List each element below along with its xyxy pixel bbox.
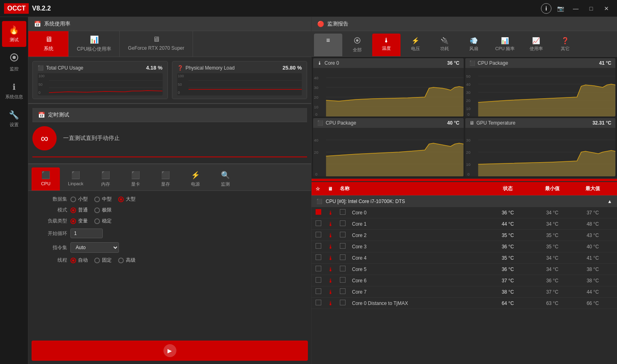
load-type-label: 负载类型: [35, 218, 67, 224]
tool-tab-vram[interactable]: ⬛ 显存: [151, 167, 180, 190]
max-core6: 38 °C: [572, 278, 613, 284]
monitor-core6[interactable]: [340, 277, 352, 284]
cpu-usage-value: 4.18 %: [146, 65, 163, 71]
tab-gpu[interactable]: 🖥 GeForce RTX 2070 Super: [120, 31, 193, 57]
sidebar-item-test[interactable]: 🔥 测试: [2, 21, 26, 47]
vram-icon: ⬛: [161, 171, 170, 180]
min-core7: 37 °C: [532, 289, 572, 295]
thread-fixed[interactable]: 固定: [94, 257, 112, 264]
close-button[interactable]: ✕: [600, 3, 613, 14]
min-core1: 34 °C: [532, 221, 572, 227]
monitor-tab-voltage[interactable]: ⚡ 电压: [401, 34, 430, 56]
memory-usage-chart: 100 50 0: [177, 73, 302, 95]
tool-tab-cpu[interactable]: ⬛ CPU: [32, 167, 60, 190]
thread-advanced[interactable]: 高级: [118, 257, 136, 264]
mode-normal[interactable]: 普通: [70, 207, 88, 214]
dataset-radio-group: 小型 中型 大型: [70, 196, 136, 203]
monitor-core7[interactable]: [340, 288, 352, 295]
load-variable[interactable]: 变量: [70, 218, 88, 224]
play-bar[interactable]: ▶: [32, 341, 308, 361]
sidebar-item-monitor[interactable]: 监控: [2, 49, 26, 76]
monitor-core0[interactable]: [340, 209, 352, 216]
dataset-large[interactable]: 大型: [118, 196, 136, 203]
instruction-select[interactable]: Auto: [70, 242, 119, 253]
cpu-freq-icon: 📊: [501, 37, 509, 44]
tab-cpu-cores[interactable]: 📊 CPU核心使用率: [69, 31, 120, 57]
state-core7: 38 °C: [483, 289, 532, 295]
minimize-button[interactable]: —: [569, 3, 582, 14]
tool-tab-monitor[interactable]: 🔍 监测: [211, 167, 240, 190]
monitor-sq-core7: [340, 288, 346, 294]
monitor-tab-temperature[interactable]: 🌡 温度: [372, 34, 401, 56]
sidebar-item-sysinfo[interactable]: ℹ 系统信息: [2, 78, 26, 104]
check-core0[interactable]: [316, 209, 328, 216]
header-star: ☆: [316, 186, 328, 192]
instruction-label: 指令集: [35, 244, 67, 251]
load-stable[interactable]: 稳定: [94, 218, 112, 224]
mode-normal-label: 普通: [78, 207, 88, 214]
check-core6[interactable]: [316, 277, 328, 284]
fan-icon: 💨: [470, 37, 478, 44]
sidebar-item-monitor-label: 监控: [10, 66, 19, 72]
state-core0: 36 °C: [483, 210, 532, 216]
check-core5[interactable]: [316, 266, 328, 273]
thread-row: 线程 自动 固定 高级: [35, 257, 305, 264]
check-core3[interactable]: [316, 243, 328, 250]
sensor-group-title: ⬛ CPU [#0]: Intel Core i7-10700K: DTS: [316, 199, 405, 204]
monitor-tab-menu[interactable]: ≡: [314, 34, 342, 56]
tool-tab-gpu[interactable]: ⬛ 显卡: [121, 167, 150, 190]
header-max: 最大值: [572, 185, 613, 192]
monitor-sq-core1: [340, 220, 346, 226]
sidebar-item-sysinfo-label: 系统信息: [5, 94, 23, 100]
check-core2[interactable]: [316, 232, 328, 239]
tab-system[interactable]: 🖥 系统: [28, 31, 69, 57]
tool-tab-linpack[interactable]: ⬛ Linpack: [61, 167, 90, 190]
thread-auto[interactable]: 自动: [70, 257, 88, 264]
play-button[interactable]: ▶: [163, 344, 176, 357]
sensor-row-core1: 🌡 Core 1 44 °C 34 °C 48 °C: [312, 218, 617, 230]
max-core7: 44 °C: [572, 289, 613, 295]
monitor-sq-core5: [340, 266, 346, 271]
thread-fixed-label: 固定: [102, 257, 112, 264]
monitor-table: ⬛ CPU [#0]: Intel Core i7-10700K: DTS ▲ …: [312, 195, 617, 364]
window-controls: i 📷 — □ ✕: [541, 3, 613, 14]
tool-tab-power[interactable]: ⚡ 电源: [181, 167, 210, 190]
cpu-usage-chart: 100 50 0: [38, 73, 163, 95]
monitor-tab-all[interactable]: 全部: [343, 34, 371, 56]
dataset-small[interactable]: 小型: [70, 196, 88, 203]
monitor-core2[interactable]: [340, 232, 352, 239]
svg-text:40: 40: [314, 138, 318, 142]
dataset-medium[interactable]: 中型: [94, 196, 112, 203]
min-core0: 34 °C: [532, 210, 572, 216]
dataset-medium-label: 中型: [102, 196, 112, 203]
sidebar-item-settings[interactable]: 🔧 设置: [2, 106, 26, 132]
monitor-tab-cpu-freq[interactable]: 📊 CPU 频率: [489, 34, 521, 56]
monitor-core5[interactable]: [340, 266, 352, 273]
info-button[interactable]: i: [541, 3, 551, 14]
tool-tab-memory[interactable]: ⬛ 内存: [91, 167, 120, 190]
start-cycle-input[interactable]: [70, 229, 103, 238]
monitor-icon: [10, 53, 19, 64]
load-stable-radio: [94, 218, 100, 224]
sensor-group-header[interactable]: ⬛ CPU [#0]: Intel Core i7-10700K: DTS ▲: [312, 195, 617, 207]
mode-extreme[interactable]: 极限: [94, 207, 112, 214]
check-core4[interactable]: [316, 254, 328, 261]
check-tjmax[interactable]: [316, 300, 328, 307]
monitor-sq-core0: [340, 209, 346, 215]
screenshot-button[interactable]: 📷: [554, 3, 567, 14]
monitor-tjmax[interactable]: [340, 300, 352, 307]
svg-text:50: 50: [466, 74, 471, 78]
monitor-tab-usage[interactable]: 📈 使用率: [522, 34, 550, 56]
check-core1[interactable]: [316, 220, 328, 227]
maximize-button[interactable]: □: [585, 3, 598, 14]
monitor-core3[interactable]: [340, 243, 352, 250]
monitor-tab-other[interactable]: ❓ 其它: [551, 34, 579, 56]
monitor-tab-power[interactable]: 🔌 功耗: [430, 34, 459, 56]
check-core7[interactable]: [316, 288, 328, 295]
monitor-core1[interactable]: [340, 220, 352, 227]
svg-text:20: 20: [314, 95, 318, 99]
monitor-report-title: 监测报告: [327, 20, 348, 28]
gpu-icon: ⬛: [131, 171, 140, 180]
monitor-tab-fan[interactable]: 💨 风扇: [460, 34, 488, 56]
monitor-core4[interactable]: [340, 254, 352, 261]
